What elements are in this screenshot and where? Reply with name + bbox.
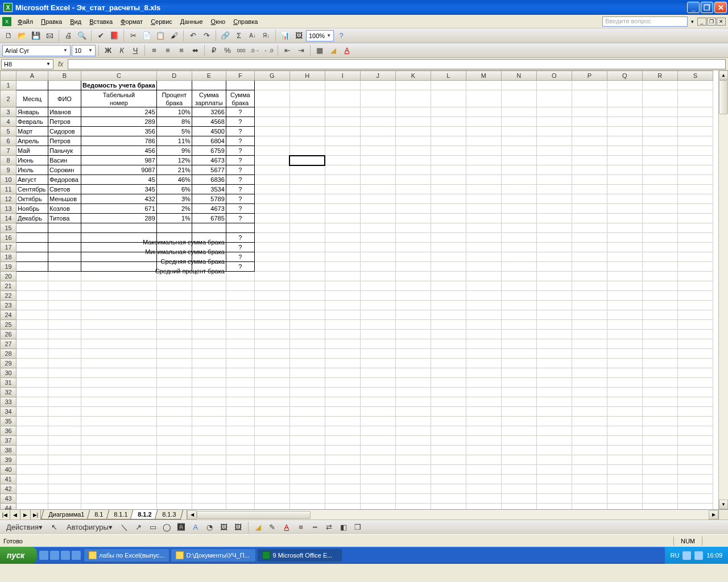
cell-A41[interactable] <box>16 475 48 484</box>
paste-button[interactable]: 📋 <box>154 30 167 42</box>
row-header-39[interactable]: 39 <box>1 455 16 465</box>
cell-G33[interactable] <box>254 397 289 407</box>
cell-G25[interactable] <box>254 320 289 330</box>
cell-J33[interactable] <box>360 397 395 407</box>
cell-S40[interactable] <box>677 465 713 475</box>
cell-J30[interactable] <box>360 368 395 378</box>
cell-E30[interactable] <box>192 368 226 378</box>
cell-A13[interactable]: Ноябрь <box>16 204 48 214</box>
cell-H26[interactable] <box>289 330 325 339</box>
cell-B34[interactable] <box>48 407 81 417</box>
cell-F17[interactable]: ? <box>226 243 254 252</box>
percent-button[interactable]: % <box>221 44 234 57</box>
cell-B35[interactable] <box>48 417 81 426</box>
cell-O14[interactable] <box>536 214 572 223</box>
cell-G14[interactable] <box>254 214 289 223</box>
cell-R24[interactable] <box>642 310 677 320</box>
bold-button[interactable]: Ж <box>102 44 114 57</box>
cell-J9[interactable] <box>360 165 395 175</box>
fill-color-draw-button[interactable]: ◢ <box>252 521 264 534</box>
cell-C39[interactable] <box>81 455 157 465</box>
cell-L18[interactable] <box>431 252 466 262</box>
cell-N15[interactable] <box>501 223 536 233</box>
cell-M38[interactable] <box>466 446 501 455</box>
cell-B31[interactable] <box>48 378 81 388</box>
cell-N20[interactable] <box>501 272 536 281</box>
row-header-6[interactable]: 6 <box>1 136 16 146</box>
cell-P19[interactable] <box>572 262 607 272</box>
cell-R6[interactable] <box>642 136 677 146</box>
tab-last-button[interactable]: ▶| <box>31 510 41 519</box>
cell-B10[interactable]: Федорова <box>48 175 81 185</box>
cell-S34[interactable] <box>677 407 713 417</box>
cell-B22[interactable] <box>48 291 81 301</box>
cell-D1[interactable] <box>156 81 192 90</box>
cell-Q7[interactable] <box>607 146 642 156</box>
row-header-1[interactable]: 1 <box>1 81 16 90</box>
cell-P35[interactable] <box>572 417 607 426</box>
cell-H18[interactable] <box>289 252 325 262</box>
cell-C2[interactable]: Табельныйномер <box>81 90 157 107</box>
cell-B7[interactable]: Паньчук <box>48 146 81 156</box>
cell-O32[interactable] <box>536 388 572 397</box>
cell-Q43[interactable] <box>607 494 642 504</box>
cell-L33[interactable] <box>431 397 466 407</box>
scroll-right-button[interactable]: ▶ <box>709 510 718 519</box>
cell-K6[interactable] <box>395 136 431 146</box>
cell-I30[interactable] <box>325 368 360 378</box>
cell-J3[interactable] <box>360 107 395 117</box>
cell-C8[interactable]: 987 <box>81 156 157 165</box>
cell-Q13[interactable] <box>607 204 642 214</box>
cell-M1[interactable] <box>466 81 501 90</box>
cell-Q39[interactable] <box>607 455 642 465</box>
cell-P25[interactable] <box>572 320 607 330</box>
cell-O43[interactable] <box>536 494 572 504</box>
cell-R4[interactable] <box>642 117 677 127</box>
cell-A44[interactable] <box>16 504 48 510</box>
cell-L16[interactable] <box>431 233 466 243</box>
cell-G3[interactable] <box>254 107 289 117</box>
cell-Q29[interactable] <box>607 359 642 368</box>
cell-H5[interactable] <box>289 127 325 136</box>
doc-close-button[interactable]: ✕ <box>717 18 726 26</box>
cell-F16[interactable]: ? <box>226 233 254 243</box>
cell-S14[interactable] <box>677 214 713 223</box>
cell-O13[interactable] <box>536 204 572 214</box>
cell-A28[interactable] <box>16 349 48 359</box>
cell-O37[interactable] <box>536 436 572 446</box>
borders-button[interactable]: ▦ <box>313 44 326 57</box>
cell-R19[interactable] <box>642 262 677 272</box>
cell-H30[interactable] <box>289 368 325 378</box>
cell-M43[interactable] <box>466 494 501 504</box>
cell-P14[interactable] <box>572 214 607 223</box>
cell-L36[interactable] <box>431 426 466 436</box>
cell-P34[interactable] <box>572 407 607 417</box>
cell-J41[interactable] <box>360 475 395 484</box>
cell-O16[interactable] <box>536 233 572 243</box>
cell-Q18[interactable] <box>607 252 642 262</box>
cell-I9[interactable] <box>325 165 360 175</box>
col-header-B[interactable]: B <box>48 71 81 81</box>
tab-first-button[interactable]: |◀ <box>0 510 10 519</box>
row-header-17[interactable]: 17 <box>1 243 16 252</box>
system-tray[interactable]: RU 16:09 <box>665 547 728 564</box>
cell-N40[interactable] <box>501 465 536 475</box>
scroll-down-button[interactable]: ▼ <box>719 500 728 509</box>
row-header-31[interactable]: 31 <box>1 378 16 388</box>
cell-S28[interactable] <box>677 349 713 359</box>
row-header-18[interactable]: 18 <box>1 252 16 262</box>
fill-color-button[interactable]: ◢ <box>327 44 340 57</box>
cell-P21[interactable] <box>572 281 607 291</box>
cell-B9[interactable]: Сорокин <box>48 165 81 175</box>
taskbar-item[interactable]: 9 Microsoft Office E... <box>257 548 342 562</box>
cell-J11[interactable] <box>360 185 395 194</box>
cell-J19[interactable] <box>360 262 395 272</box>
row-header-23[interactable]: 23 <box>1 301 16 310</box>
cell-I19[interactable] <box>325 262 360 272</box>
cell-Q17[interactable] <box>607 243 642 252</box>
cell-H40[interactable] <box>289 465 325 475</box>
cell-I26[interactable] <box>325 330 360 339</box>
cell-C41[interactable] <box>81 475 157 484</box>
taskbar-item[interactable]: D:\Документы\УЧ_П... <box>171 548 256 562</box>
cell-M27[interactable] <box>466 339 501 349</box>
